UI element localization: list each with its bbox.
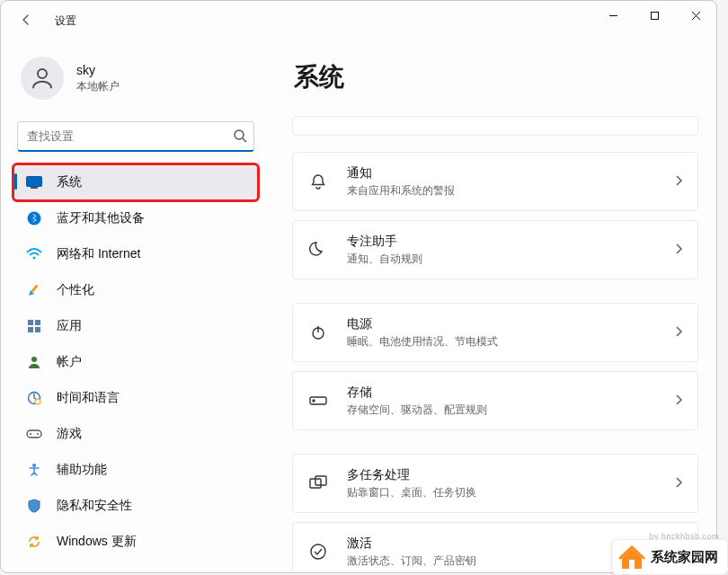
close-button[interactable] [675, 1, 716, 30]
card-subtitle: 睡眠、电池使用情况、节电模式 [347, 334, 656, 349]
chevron-right-icon [674, 243, 683, 258]
main-pane: 系统 通知 来自应用和系统的警报 [271, 35, 716, 572]
svg-rect-30 [629, 560, 635, 569]
settings-window: 设置 sky 本地帐户 [0, 0, 717, 573]
nav-item-windows-update[interactable]: Windows 更新 [13, 524, 258, 560]
account-type: 本地帐户 [76, 79, 120, 94]
nav-label: 系统 [57, 174, 82, 190]
card-subtitle: 贴靠窗口、桌面、任务切换 [347, 485, 656, 500]
svg-rect-8 [31, 187, 38, 189]
card-title: 电源 [347, 316, 656, 332]
card-multitasking[interactable]: 多任务处理 贴靠窗口、桌面、任务切换 [292, 454, 698, 513]
chevron-right-icon [674, 174, 683, 190]
nav-item-time-language[interactable]: 时间和语言 [13, 380, 258, 416]
brand-badge: 系统家园网 [612, 539, 728, 575]
nav-label: 个性化 [57, 282, 94, 298]
card-power[interactable]: 电源 睡眠、电池使用情况、节电模式 [292, 303, 698, 362]
svg-point-22 [32, 464, 36, 467]
search-icon [233, 128, 247, 146]
card-focus-assist[interactable]: 专注助手 通知、自动规则 [292, 220, 698, 279]
card-subtitle: 激活状态、订阅、产品密钥 [347, 553, 656, 569]
apps-icon [26, 318, 42, 334]
account-block[interactable]: sky 本地帐户 [13, 55, 258, 114]
card-subtitle: 通知、自动规则 [347, 252, 656, 267]
chevron-right-icon [674, 476, 683, 491]
nav-label: 蓝牙和其他设备 [57, 210, 145, 226]
svg-rect-7 [27, 177, 42, 187]
brand-logo-icon [617, 542, 647, 572]
card-title: 专注助手 [347, 234, 656, 250]
card-title: 多任务处理 [347, 467, 656, 483]
nav-item-system[interactable]: 系统 [13, 164, 258, 200]
nav-label: Windows 更新 [57, 534, 137, 550]
svg-point-4 [38, 69, 47, 78]
nav-label: 帐户 [57, 354, 82, 370]
display-icon [26, 174, 42, 190]
multitask-icon [307, 473, 329, 494]
svg-point-16 [31, 357, 37, 362]
nav-item-personalization[interactable]: 个性化 [13, 272, 258, 308]
check-circle-icon [307, 541, 329, 562]
nav-item-accessibility[interactable]: 辅助功能 [13, 452, 258, 488]
gamepad-icon [26, 426, 42, 442]
update-icon [26, 534, 42, 550]
nav-label: 时间和语言 [57, 390, 120, 406]
svg-rect-19 [27, 430, 41, 438]
brand-text: 系统家园网 [651, 549, 718, 566]
nav-item-network[interactable]: 网络和 Internet [13, 236, 258, 272]
app-title: 设置 [55, 13, 76, 29]
wifi-icon [26, 246, 42, 262]
nav-item-privacy[interactable]: 隐私和安全性 [13, 488, 258, 524]
moon-icon [307, 239, 329, 261]
bluetooth-icon [26, 210, 42, 226]
sidebar: sky 本地帐户 系统 [1, 35, 271, 572]
card-title: 存储 [347, 385, 656, 401]
svg-point-9 [28, 212, 41, 226]
svg-point-18 [35, 399, 40, 404]
nav-list: 系统 蓝牙和其他设备 网络和 Internet [13, 164, 258, 560]
card-subtitle: 来自应用和系统的警报 [347, 183, 656, 199]
svg-rect-12 [28, 320, 33, 325]
nav-label: 隐私和安全性 [57, 498, 132, 514]
bell-icon [307, 171, 329, 192]
clock-globe-icon [26, 390, 42, 406]
nav-item-gaming[interactable]: 游戏 [13, 416, 258, 452]
paintbrush-icon [26, 282, 42, 298]
svg-point-21 [37, 433, 39, 435]
svg-rect-13 [35, 320, 40, 325]
card-notifications[interactable]: 通知 来自应用和系统的警报 [292, 152, 698, 211]
card-subtitle: 存储空间、驱动器、配置规则 [347, 402, 656, 418]
storage-icon [307, 390, 329, 411]
nav-label: 应用 [57, 318, 82, 334]
minimize-button[interactable] [592, 1, 634, 30]
nav-item-accounts[interactable]: 帐户 [13, 344, 258, 380]
nav-label: 游戏 [57, 426, 82, 442]
avatar [21, 57, 64, 100]
maximize-button[interactable] [634, 1, 675, 30]
nav-label: 网络和 Internet [57, 246, 140, 262]
svg-point-10 [33, 257, 36, 260]
card-title: 激活 [347, 535, 656, 552]
person-icon [26, 354, 42, 370]
accessibility-icon [26, 462, 42, 478]
card-storage[interactable]: 存储 存储空间、驱动器、配置规则 [292, 371, 698, 430]
nav-item-bluetooth[interactable]: 蓝牙和其他设备 [13, 200, 258, 236]
svg-point-20 [30, 433, 31, 435]
card-title: 通知 [347, 165, 656, 181]
power-icon [307, 322, 329, 343]
svg-rect-1 [651, 12, 658, 19]
shield-icon [26, 498, 42, 514]
back-button[interactable] [19, 13, 33, 30]
search-wrap [17, 121, 254, 152]
titlebar-controls [592, 1, 716, 30]
nav-item-apps[interactable]: 应用 [13, 308, 258, 344]
svg-rect-11 [31, 285, 39, 293]
svg-point-5 [235, 130, 244, 139]
page-title: 系统 [294, 60, 698, 94]
svg-line-6 [243, 138, 246, 142]
search-input[interactable] [17, 121, 254, 152]
chevron-right-icon [674, 394, 683, 409]
nav-label: 辅助功能 [57, 462, 107, 478]
svg-rect-15 [35, 327, 40, 332]
partial-card-top[interactable] [292, 116, 698, 136]
